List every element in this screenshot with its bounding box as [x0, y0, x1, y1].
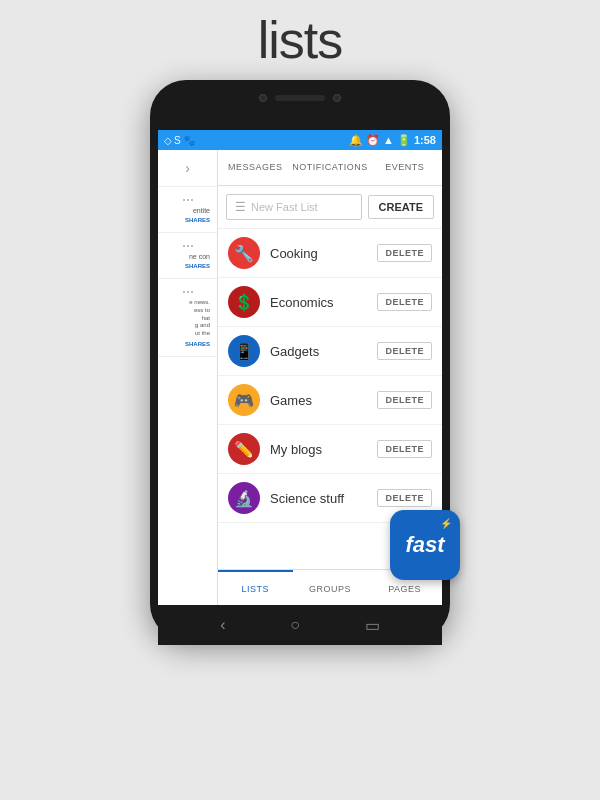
alarm-icon: ⏰: [366, 134, 380, 147]
lightning-icon: ⚡: [440, 518, 452, 529]
status-left-icons: ◇ S 🐾: [164, 135, 195, 146]
back-button[interactable]: ‹: [220, 616, 225, 634]
myblogs-icon: ✏️: [228, 433, 260, 465]
tab-messages[interactable]: MESSAGES: [218, 150, 292, 185]
bell-icon: 🔔: [349, 134, 363, 147]
sidebar-shares-2: SHARES: [162, 262, 213, 270]
new-list-input-wrapper[interactable]: ☰ New Fast List: [226, 194, 362, 220]
recents-button[interactable]: ▭: [365, 616, 380, 635]
time-display: 1:58: [414, 134, 436, 146]
list-item: 📱 Gadgets DELETE: [218, 327, 442, 376]
delete-gadgets-button[interactable]: DELETE: [377, 342, 432, 360]
tab-events[interactable]: EVENTS: [368, 150, 442, 185]
sidebar-text-2: ne con: [162, 251, 213, 262]
sidebar-chevron[interactable]: ›: [158, 150, 217, 187]
delete-games-button[interactable]: DELETE: [377, 391, 432, 409]
fast-label: fast: [405, 532, 444, 558]
list-item: 🎮 Games DELETE: [218, 376, 442, 425]
page-title: lists: [258, 10, 343, 70]
list-input-icon: ☰: [235, 200, 246, 214]
list-name-myblogs: My blogs: [270, 442, 367, 457]
delete-science-button[interactable]: DELETE: [377, 489, 432, 507]
sidebar-shares-3: SHARES: [162, 340, 213, 348]
input-area: ☰ New Fast List CREATE: [218, 186, 442, 229]
sidebar-item-2: ne con SHARES: [158, 233, 217, 279]
list-item: 💲 Economics DELETE: [218, 278, 442, 327]
delete-myblogs-button[interactable]: DELETE: [377, 440, 432, 458]
speaker: [275, 95, 325, 101]
delete-economics-button[interactable]: DELETE: [377, 293, 432, 311]
list-name-cooking: Cooking: [270, 246, 367, 261]
list-name-games: Games: [270, 393, 367, 408]
create-button[interactable]: CREATE: [368, 195, 434, 219]
gadgets-icon: 📱: [228, 335, 260, 367]
tab-notifications[interactable]: NOTIFICATIONS: [292, 150, 367, 185]
status-bar: ◇ S 🐾 🔔 ⏰ ▲ 🔋 1:58: [158, 130, 442, 150]
list-item: ✏️ My blogs DELETE: [218, 425, 442, 474]
delete-cooking-button[interactable]: DELETE: [377, 244, 432, 262]
home-button[interactable]: ○: [290, 616, 300, 634]
sidebar-shares-1: SHARES: [162, 216, 213, 224]
phone-top-decoration: [259, 94, 341, 102]
list-item: 🔧 Cooking DELETE: [218, 229, 442, 278]
wifi-icon: ▲: [383, 134, 394, 146]
sidebar-item-1: entite SHARES: [158, 187, 217, 233]
list-name-gadgets: Gadgets: [270, 344, 367, 359]
tab-bar: MESSAGES NOTIFICATIONS EVENTS: [218, 150, 442, 186]
sidebar-text-1: entite: [162, 205, 213, 216]
battery-icon: 🔋: [397, 134, 411, 147]
signal-icon-2: S: [174, 135, 181, 146]
sidebar-item-3: e news.ess tohatg andut the SHARES: [158, 279, 217, 357]
list-name-science: Science stuff: [270, 491, 367, 506]
bottom-tab-groups[interactable]: GROUPS: [293, 570, 368, 605]
sidebar-text-3: e news.ess tohatg andut the: [162, 297, 213, 340]
sidebar: › entite SHARES ne con SHARES e news.ess…: [158, 150, 218, 605]
bottom-tab-lists[interactable]: LISTS: [218, 570, 293, 605]
app-icon: 🐾: [183, 135, 195, 146]
android-nav: ‹ ○ ▭: [158, 605, 442, 645]
list-name-economics: Economics: [270, 295, 367, 310]
sensor: [333, 94, 341, 102]
fast-badge: fast ⚡: [390, 510, 460, 580]
status-right-icons: 🔔 ⏰ ▲ 🔋 1:58: [349, 134, 436, 147]
science-icon: 🔬: [228, 482, 260, 514]
input-placeholder: New Fast List: [251, 201, 318, 213]
signal-icon-1: ◇: [164, 135, 172, 146]
games-icon: 🎮: [228, 384, 260, 416]
camera: [259, 94, 267, 102]
economics-icon: 💲: [228, 286, 260, 318]
cooking-icon: 🔧: [228, 237, 260, 269]
phone-frame: ◇ S 🐾 🔔 ⏰ ▲ 🔋 1:58 › entite SHARES: [150, 80, 450, 640]
